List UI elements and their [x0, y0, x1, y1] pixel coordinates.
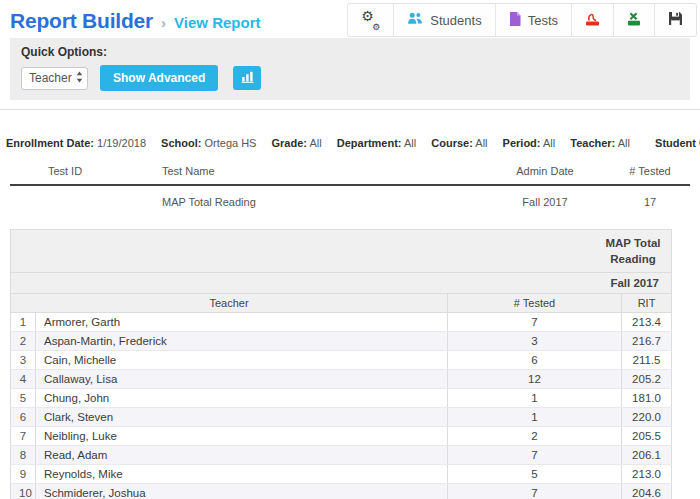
- table-row: 3 Cain, Michelle 6 211.5: [11, 351, 672, 370]
- row-index-cell: 10: [11, 484, 36, 499]
- row-index-cell: 3: [11, 351, 36, 370]
- tested-count-cell: 7: [448, 446, 622, 465]
- row-index-cell: 4: [11, 370, 36, 389]
- table-row: 8 Read, Adam 7 206.1: [11, 446, 672, 465]
- row-index-cell: 6: [11, 408, 36, 427]
- tested-count-cell: 2: [448, 427, 622, 446]
- quick-options-selected-value: Teacher: [29, 71, 72, 85]
- filter-teacher: Teacher: All: [570, 137, 630, 149]
- teacher-name-cell: Clark, Steven: [36, 408, 448, 427]
- rit-score-cell: 213.0: [622, 465, 672, 484]
- breadcrumb-chevron-icon: ›: [161, 14, 166, 31]
- tested-count-cell: 3: [448, 332, 622, 351]
- num-tested-cell: 17: [610, 185, 690, 212]
- students-button-label: Students: [430, 13, 481, 28]
- export-excel-button[interactable]: [613, 4, 654, 36]
- excel-export-icon: [627, 12, 641, 29]
- teacher-name-cell: Neibling, Luke: [36, 427, 448, 446]
- page-title: Report Builder: [10, 9, 153, 33]
- test-summary-row: MAP Total Reading Fall 2017 17: [10, 185, 690, 212]
- column-header-row: Teacher # Tested RIT: [11, 294, 672, 313]
- test-summary-header-row: Test ID Test Name Admin Date # Tested: [10, 161, 690, 185]
- rit-score-cell: 181.0: [622, 389, 672, 408]
- rit-score-cell: 205.5: [622, 427, 672, 446]
- filter-student-count: Student Count: 314: [655, 137, 700, 149]
- col-teacher: Teacher: [11, 294, 448, 313]
- show-advanced-button[interactable]: Show Advanced: [100, 65, 218, 91]
- breadcrumb-view-report: View Report: [174, 14, 260, 31]
- row-index-cell: 7: [11, 427, 36, 446]
- col-tested: # Tested: [448, 294, 622, 313]
- report-results-table: MAP Total Reading Fall 2017 Teacher # Te…: [10, 229, 672, 499]
- tests-file-icon: [509, 12, 521, 29]
- teacher-name-cell: Reynolds, Mike: [36, 465, 448, 484]
- table-row: 1 Armorer, Garth 7 213.4: [11, 313, 672, 332]
- table-row: 6 Clark, Steven 1 220.0: [11, 408, 672, 427]
- row-index-cell: 9: [11, 465, 36, 484]
- row-index-cell: 8: [11, 446, 36, 465]
- table-row: 5 Chung, John 1 181.0: [11, 389, 672, 408]
- table-row: 10 Schmiderer, Joshua 7 204.6: [11, 484, 672, 499]
- teacher-name-cell: Aspan-Martin, Frederick: [36, 332, 448, 351]
- section-divider: [0, 109, 700, 110]
- filter-enrollment-date: Enrollment Date: 1/19/2018: [6, 137, 146, 149]
- students-button[interactable]: Students: [393, 4, 494, 36]
- col-test-id: Test ID: [10, 161, 120, 185]
- rit-score-cell: 211.5: [622, 351, 672, 370]
- tests-button-label: Tests: [528, 13, 558, 28]
- table-row: 9 Reynolds, Mike 5 213.0: [11, 465, 672, 484]
- test-group-header: MAP Total Reading: [603, 235, 663, 267]
- rit-score-cell: 213.4: [622, 313, 672, 332]
- col-num-tested: # Tested: [610, 161, 690, 185]
- select-stepper-icon: [76, 71, 83, 86]
- rit-score-cell: 206.1: [622, 446, 672, 465]
- bar-chart-icon: [241, 71, 254, 86]
- pdf-export-icon: [585, 12, 600, 29]
- settings-button[interactable]: ⚙⚙: [348, 4, 393, 36]
- test-summary-table: Test ID Test Name Admin Date # Tested MA…: [10, 161, 690, 212]
- toolbar: ⚙⚙ Students Tests: [347, 3, 697, 37]
- test-name-cell: MAP Total Reading: [120, 185, 480, 212]
- gears-icon: ⚙⚙: [361, 12, 380, 28]
- col-admin-date: Admin Date: [480, 161, 610, 185]
- chart-view-button[interactable]: [233, 66, 261, 90]
- teacher-name-cell: Armorer, Garth: [36, 313, 448, 332]
- tested-count-cell: 1: [448, 389, 622, 408]
- quick-options-label: Quick Options:: [21, 45, 679, 59]
- teacher-name-cell: Read, Adam: [36, 446, 448, 465]
- col-test-name: Test Name: [120, 161, 480, 185]
- save-icon: [668, 11, 683, 29]
- filter-school: School: Ortega HS: [161, 137, 256, 149]
- tested-count-cell: 7: [448, 484, 622, 499]
- table-row: 2 Aspan-Martin, Frederick 3 216.7: [11, 332, 672, 351]
- tested-count-cell: 12: [448, 370, 622, 389]
- export-pdf-button[interactable]: [571, 4, 613, 36]
- students-icon: [407, 12, 423, 28]
- filter-department: Department: All: [337, 137, 416, 149]
- quick-options-panel: Quick Options: Teacher Show Advanced: [10, 38, 690, 100]
- quick-options-select[interactable]: Teacher: [21, 67, 88, 90]
- test-group-header-row: MAP Total Reading: [11, 230, 672, 273]
- tested-count-cell: 7: [448, 313, 622, 332]
- teacher-name-cell: Callaway, Lisa: [36, 370, 448, 389]
- filter-period: Period: All: [503, 137, 556, 149]
- table-row: 7 Neibling, Luke 2 205.5: [11, 427, 672, 446]
- rit-score-cell: 204.6: [622, 484, 672, 499]
- test-id-cell: [10, 185, 120, 212]
- rit-score-cell: 205.2: [622, 370, 672, 389]
- admin-date-cell: Fall 2017: [480, 185, 610, 212]
- tested-count-cell: 1: [448, 408, 622, 427]
- tested-count-cell: 5: [448, 465, 622, 484]
- filter-grade: Grade: All: [272, 137, 322, 149]
- row-index-cell: 1: [11, 313, 36, 332]
- report-filter-summary: Enrollment Date: 1/19/2018 School: Orteg…: [0, 137, 700, 149]
- term-header-cell: Fall 2017: [11, 273, 672, 294]
- test-group-header-cell: MAP Total Reading: [11, 230, 672, 273]
- save-report-button[interactable]: [654, 4, 696, 36]
- teacher-name-cell: Chung, John: [36, 389, 448, 408]
- row-index-cell: 2: [11, 332, 36, 351]
- tests-button[interactable]: Tests: [495, 4, 571, 36]
- term-header-row: Fall 2017: [11, 273, 672, 294]
- table-row: 4 Callaway, Lisa 12 205.2: [11, 370, 672, 389]
- col-rit: RIT: [622, 294, 672, 313]
